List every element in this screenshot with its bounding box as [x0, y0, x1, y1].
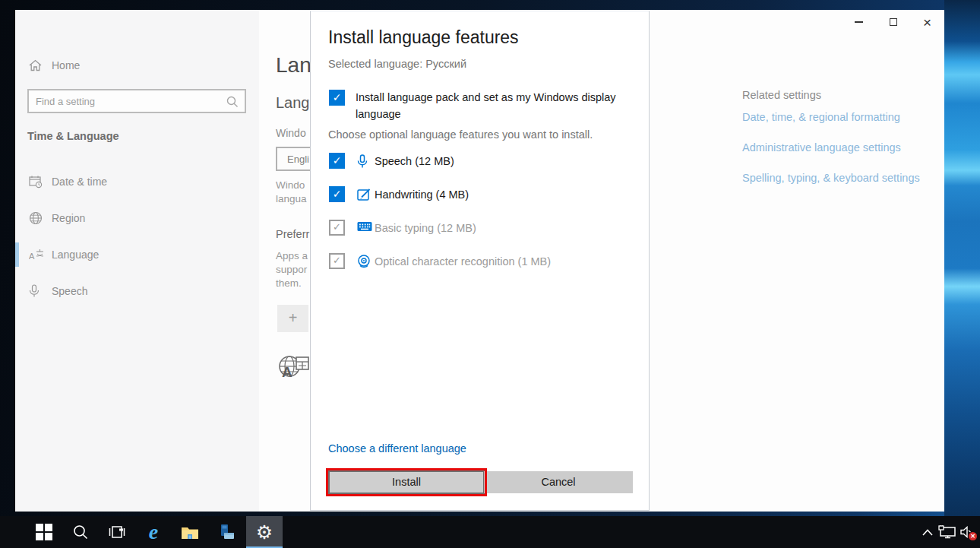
- feature-row-speech[interactable]: ✓ Speech (12 MB): [311, 153, 650, 171]
- pinned-app-button[interactable]: [208, 516, 245, 548]
- sidebar-item-home[interactable]: Home: [15, 54, 259, 77]
- checkmark-icon: ✓: [333, 154, 342, 166]
- install-language-pack-checkbox[interactable]: ✓: [329, 90, 345, 106]
- add-language-button[interactable]: +: [277, 305, 308, 332]
- taskbar: e ⚙ ✕: [0, 516, 980, 548]
- keyboard-icon: [357, 221, 372, 232]
- feature-label: Optical character recognition (1 MB): [375, 255, 551, 268]
- ocr-icon: [357, 255, 371, 268]
- feature-label: Speech (12 MB): [375, 155, 454, 167]
- desktop-wallpaper: [944, 0, 980, 516]
- sidebar-item-date-time[interactable]: Date & time: [15, 166, 259, 197]
- svg-text:A: A: [282, 364, 292, 380]
- svg-text:A: A: [29, 252, 35, 261]
- sidebar-item-region[interactable]: Region: [15, 203, 259, 233]
- search-icon: [73, 524, 88, 540]
- sidebar-item-label: Region: [52, 203, 85, 233]
- feature-row-ocr[interactable]: ✓ Optical character recognition (1 MB): [311, 253, 650, 271]
- globe-icon: [29, 211, 43, 225]
- sidebar-item-language[interactable]: A Language: [15, 239, 259, 270]
- checkmark-icon: ✓: [333, 188, 342, 200]
- checkmark-icon: ✓: [333, 255, 341, 266]
- folder-icon: [181, 525, 199, 540]
- checkmark-icon: ✓: [333, 221, 341, 233]
- internet-explorer-icon: e: [149, 521, 158, 543]
- choose-features-text: Choose optional language features you wa…: [328, 128, 593, 141]
- feature-label: Basic typing (12 MB): [375, 222, 476, 234]
- display-language-desc-fragment: Windo langua: [276, 179, 307, 206]
- feature-label: Handwriting (4 MB): [375, 188, 469, 201]
- related-settings: Related settings Date, time, & regional …: [742, 89, 925, 202]
- search-icon: [226, 96, 239, 108]
- sidebar-section-title: Time & Language: [27, 130, 119, 142]
- close-icon: ×: [923, 15, 931, 30]
- sidebar-item-speech[interactable]: Speech: [15, 276, 259, 306]
- settings-sidebar: Home Time & Language Date & time Region …: [15, 10, 259, 512]
- choose-different-language-link[interactable]: Choose a different language: [328, 442, 466, 455]
- sidebar-item-label: Date & time: [52, 166, 107, 197]
- display-language-label-fragment: Windo: [276, 127, 306, 139]
- sidebar-item-label: Language: [52, 239, 99, 270]
- cancel-button[interactable]: Cancel: [484, 471, 633, 493]
- speech-checkbox[interactable]: ✓: [329, 153, 345, 169]
- system-tray: ✕: [918, 516, 977, 548]
- maximize-button[interactable]: [876, 10, 910, 34]
- preferred-languages-heading-fragment: Preferr: [276, 228, 309, 240]
- handwriting-checkbox[interactable]: ✓: [329, 186, 345, 202]
- related-link-administrative-language[interactable]: Administrative language settings: [742, 141, 925, 154]
- network-icon: [938, 525, 956, 539]
- mic-icon: [357, 154, 368, 169]
- home-icon: [29, 59, 42, 71]
- selected-language-label: Selected language: Русский: [328, 58, 466, 70]
- search-input[interactable]: [29, 90, 223, 112]
- mic-icon: [29, 284, 40, 298]
- install-language-features-dialog: Install language features Selected langu…: [310, 11, 650, 511]
- chevron-up-icon: [922, 529, 933, 536]
- translate-language-icon: A: [277, 347, 311, 386]
- volume-muted-badge: ✕: [969, 532, 977, 540]
- settings-taskbar-button[interactable]: ⚙: [246, 516, 283, 548]
- related-link-date-time-formatting[interactable]: Date, time, & regional formatting: [742, 111, 925, 123]
- feature-row-basic-typing[interactable]: ✓ Basic typing (12 MB): [311, 220, 650, 238]
- network-tray-button[interactable]: [937, 516, 957, 548]
- install-button[interactable]: Install: [328, 470, 485, 494]
- volume-tray-button[interactable]: ✕: [957, 516, 977, 548]
- dropdown-value-fragment: Engli: [287, 154, 309, 165]
- internet-explorer-button[interactable]: e: [135, 516, 172, 548]
- sidebar-item-label: Speech: [52, 276, 87, 306]
- feature-row-handwriting[interactable]: ✓ Handwriting (4 MB): [311, 186, 650, 204]
- start-button[interactable]: [26, 516, 62, 548]
- add-icon: +: [289, 309, 298, 326]
- window-controls: ×: [842, 10, 944, 34]
- minimize-button[interactable]: [842, 10, 876, 34]
- search-box[interactable]: [27, 89, 246, 113]
- show-hidden-icons-button[interactable]: [918, 516, 937, 548]
- maximize-icon: [890, 18, 897, 26]
- related-settings-heading: Related settings: [742, 89, 925, 101]
- checkmark-icon: ✓: [333, 91, 342, 103]
- file-explorer-button[interactable]: [172, 516, 208, 548]
- ocr-checkbox[interactable]: ✓: [329, 253, 345, 269]
- sidebar-item-label: Home: [52, 54, 80, 77]
- apps-desc-fragment: Apps a suppor them.: [276, 249, 308, 290]
- gear-icon: ⚙: [256, 523, 273, 542]
- windows-logo-icon: [36, 524, 52, 540]
- dialog-title: Install language features: [328, 27, 519, 48]
- install-language-pack-label: Install language pack and set as my Wind…: [356, 90, 629, 122]
- task-view-button[interactable]: [99, 516, 135, 548]
- desktop: ← Settings × Home Time & Language Date &…: [0, 0, 980, 548]
- basic-typing-checkbox[interactable]: ✓: [329, 220, 345, 236]
- handwriting-icon: [357, 188, 371, 202]
- related-link-spelling-typing[interactable]: Spelling, typing, & keyboard settings: [742, 172, 925, 184]
- close-button[interactable]: ×: [910, 10, 944, 34]
- calendar-icon: [29, 175, 43, 188]
- language-icon: A: [29, 248, 44, 261]
- taskbar-search-button[interactable]: [62, 516, 99, 548]
- task-view-icon: [109, 525, 125, 539]
- selected-item-accent-bar: [15, 242, 19, 267]
- minimize-icon: [855, 21, 863, 23]
- pinned-app-icon: [218, 524, 235, 540]
